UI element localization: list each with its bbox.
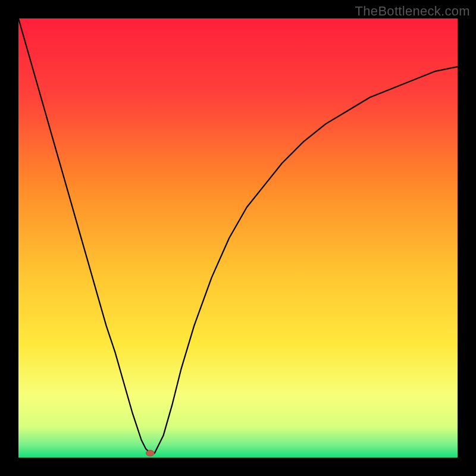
chart-plot <box>18 18 458 458</box>
chart-container: TheBottleneck.com <box>0 0 476 476</box>
marker-dot <box>146 450 154 456</box>
curve-line <box>18 18 458 453</box>
watermark-text: TheBottleneck.com <box>355 4 470 19</box>
